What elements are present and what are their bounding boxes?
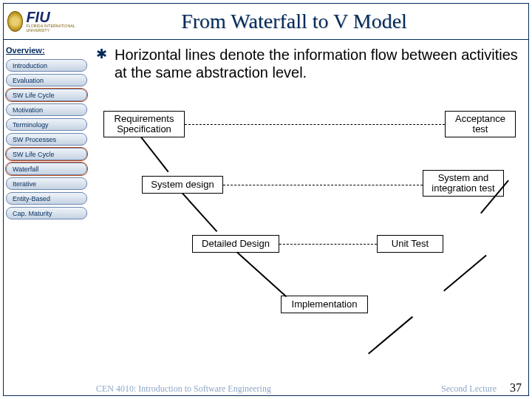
- box-acceptance: Acceptancetest: [445, 111, 516, 137]
- box-detailed-design-label: Detailed Design: [202, 239, 270, 249]
- sidebar-item-3[interactable]: Motivation: [6, 103, 87, 116]
- box-implementation-label: Implementation: [292, 299, 358, 310]
- sidebar-item-0[interactable]: Introduction: [6, 59, 87, 72]
- sidebar-item-4[interactable]: Terminology: [6, 118, 87, 131]
- box-unit-test: Unit Test: [377, 235, 443, 253]
- fiu-seal-icon: [7, 11, 23, 32]
- footer: CEN 4010: Introduction to Software Engin…: [96, 381, 522, 395]
- box-requirements: RequirementsSpecification: [103, 111, 185, 137]
- sidebar-item-5[interactable]: SW Processes: [6, 133, 87, 146]
- sidebar-item-2[interactable]: SW Life Cycle: [6, 89, 87, 101]
- v-model-diagram: RequirementsSpecification Acceptancetest…: [96, 111, 525, 369]
- footer-page: 37: [510, 381, 522, 395]
- box-acceptance-label: Acceptancetest: [455, 114, 505, 135]
- box-system-integration-label: System andintegration test: [432, 173, 494, 194]
- box-unit-test-label: Unit Test: [392, 239, 429, 249]
- box-system-design-label: System design: [151, 180, 214, 190]
- box-detailed-design: Detailed Design: [192, 235, 279, 253]
- logo-main: FIU: [26, 10, 81, 24]
- sidebar-section-label: Overview:: [6, 46, 87, 55]
- sidebar-item-6[interactable]: SW Life Cycle: [6, 148, 87, 160]
- sidebar-item-1[interactable]: Evaluation: [6, 74, 87, 86]
- logo-sub: FLORIDA INTERNATIONAL UNIVERSITY: [26, 24, 81, 33]
- dash-level2: [223, 185, 423, 185]
- bullet-text: Horizontal lines denote the information …: [115, 46, 523, 81]
- line-l1: [140, 137, 168, 172]
- sidebar-item-10[interactable]: Cap. Maturity: [6, 207, 87, 219]
- header: FIU FLORIDA INTERNATIONAL UNIVERSITY Fro…: [3, 3, 529, 40]
- line-l2: [182, 193, 217, 232]
- dash-level3: [279, 244, 377, 245]
- dash-level1: [185, 124, 445, 125]
- box-system-design: System design: [142, 176, 223, 194]
- footer-course: CEN 4010: Introduction to Software Engin…: [96, 383, 271, 395]
- sidebar: Overview: IntroductionEvaluationSW Life …: [6, 44, 87, 222]
- sidebar-item-8[interactable]: Iterative: [6, 177, 87, 190]
- line-r3: [368, 316, 413, 354]
- box-implementation: Implementation: [281, 296, 368, 313]
- sidebar-item-9[interactable]: Entity-Based: [6, 192, 87, 205]
- bullet-row: ✱ Horizontal lines denote the informatio…: [96, 46, 523, 81]
- line-l3: [236, 252, 287, 297]
- footer-lecture: Second Lecture: [441, 383, 497, 395]
- asterisk-icon: ✱: [96, 47, 107, 61]
- line-r2: [443, 255, 486, 291]
- sidebar-item-7[interactable]: Waterfall: [6, 163, 87, 175]
- page-title: From Waterfall to V Model: [81, 10, 529, 33]
- box-requirements-label: RequirementsSpecification: [115, 114, 174, 135]
- content: ✱ Horizontal lines denote the informatio…: [96, 44, 523, 81]
- box-system-integration: System andintegration test: [423, 170, 504, 197]
- fiu-logo: FIU FLORIDA INTERNATIONAL UNIVERSITY: [7, 4, 81, 39]
